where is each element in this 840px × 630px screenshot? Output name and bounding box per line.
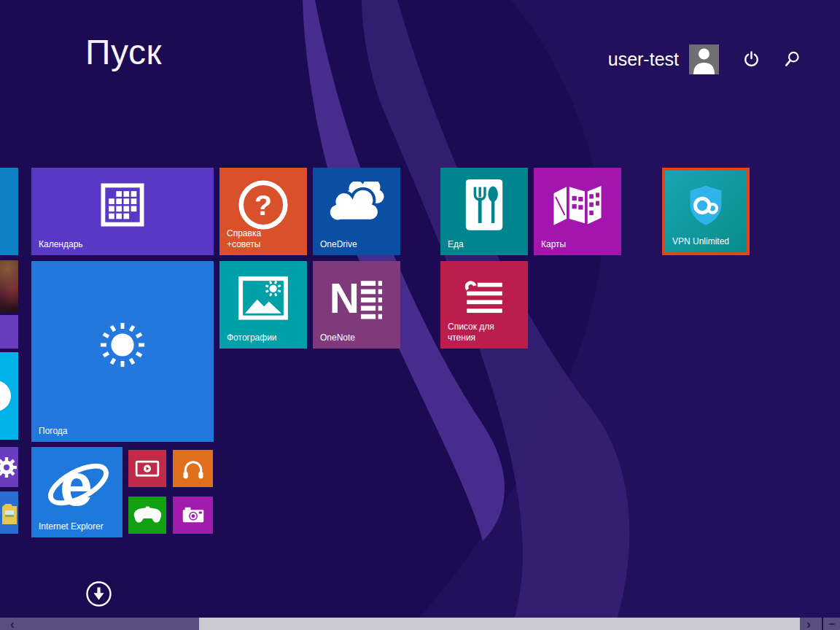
tile-label: Internet Explorer (39, 521, 104, 533)
music-icon (180, 457, 206, 481)
games-icon (133, 505, 163, 525)
blob-icon (0, 352, 18, 440)
power-icon (743, 50, 760, 69)
semantic-zoom-button[interactable]: − (822, 618, 840, 630)
page-title: Пуск (85, 35, 162, 70)
camera-icon (179, 505, 207, 526)
power-button[interactable] (742, 50, 760, 69)
horizontal-scrollbar[interactable]: ‹ › − (0, 618, 840, 630)
tile-internet-explorer[interactable]: eInternet Explorer (31, 447, 122, 537)
search-button[interactable] (783, 50, 801, 69)
svg-text:N: N (330, 275, 359, 322)
start-screen: Пуск user-test Календарь?Справка +советы… (0, 0, 840, 630)
person-icon (689, 44, 719, 74)
help-icon: ? (236, 177, 291, 233)
vpn-icon (683, 182, 728, 228)
tile-camera[interactable] (173, 497, 213, 534)
tile-label: Фотографии (227, 332, 277, 344)
partial-tile-left-cyan[interactable] (0, 352, 18, 440)
tile-onenote[interactable]: NOneNote (313, 261, 400, 349)
reading-icon (460, 276, 508, 320)
partial-tile-left-settings[interactable] (0, 447, 18, 487)
partial-tile-left-blue[interactable] (0, 168, 18, 255)
tile-label: OneDrive (320, 239, 357, 251)
scroll-right-arrow[interactable]: › (799, 618, 818, 630)
tile-help-tips[interactable]: ?Справка +советы (219, 168, 307, 255)
maps-icon (548, 179, 607, 232)
tile-reading-list[interactable]: Список для чтения (440, 261, 528, 349)
scrollbar-thumb[interactable] (199, 618, 800, 630)
tile-label: Справка +советы (227, 228, 261, 251)
gear-icon (0, 447, 18, 487)
onenote-icon: N (329, 271, 384, 326)
tile-label: Карты (541, 239, 566, 251)
weather-icon (91, 314, 154, 376)
tile-photos[interactable]: Фотографии (219, 261, 307, 349)
tile-calendar[interactable]: Календарь (31, 168, 214, 255)
tile-games[interactable] (128, 497, 166, 534)
video-icon (133, 459, 161, 478)
calendar-icon (96, 178, 149, 232)
tile-label: OneNote (320, 332, 355, 344)
tile-music[interactable] (173, 450, 213, 487)
user-name[interactable]: user-test (608, 49, 679, 70)
food-icon (462, 176, 507, 233)
search-icon (784, 50, 801, 68)
user-tile[interactable]: user-test (608, 44, 801, 74)
apps-view-button[interactable] (85, 580, 112, 607)
tile-label: Еда (448, 239, 464, 251)
tile-vpn-unlimited[interactable]: VPN Unlimited (662, 168, 750, 255)
tile-onedrive[interactable]: OneDrive (313, 168, 400, 255)
tile-weather[interactable]: Погода (31, 261, 214, 442)
tile-label: VPN Unlimited (672, 236, 729, 248)
ie-icon: e (42, 451, 112, 521)
tile-label: Календарь (39, 239, 83, 251)
folder-icon (0, 491, 18, 534)
user-avatar[interactable] (689, 44, 719, 74)
scroll-left-arrow[interactable]: ‹ (3, 618, 22, 630)
tile-maps[interactable]: Карты (534, 168, 621, 255)
svg-text:?: ? (254, 190, 272, 221)
tile-label: Погода (39, 426, 68, 438)
photos-icon (236, 273, 291, 324)
down-arrow-icon (85, 580, 112, 607)
svg-text:e: e (59, 452, 92, 518)
tile-label: Список для чтения (448, 322, 494, 344)
tile-food[interactable]: Еда (440, 168, 528, 255)
onedrive-icon (325, 182, 388, 229)
tile-video[interactable] (128, 450, 166, 487)
partial-tile-left-folder[interactable] (0, 491, 18, 534)
partial-tile-left-purple[interactable] (0, 315, 18, 349)
partial-tile-left-photo[interactable] (0, 260, 18, 312)
